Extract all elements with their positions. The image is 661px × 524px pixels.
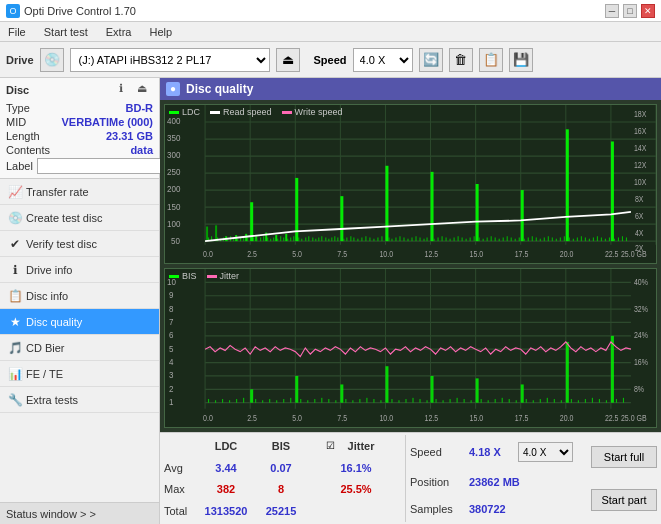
speed-label-r: Speed: [410, 446, 465, 458]
svg-rect-49: [385, 166, 388, 241]
svg-rect-136: [519, 237, 520, 241]
svg-rect-131: [499, 239, 500, 241]
svg-rect-102: [377, 237, 378, 241]
svg-rect-74: [277, 239, 278, 241]
svg-rect-255: [481, 399, 482, 403]
svg-rect-45: [285, 234, 287, 241]
start-part-button[interactable]: Start part: [591, 489, 657, 511]
save-button[interactable]: 💾: [509, 48, 533, 72]
svg-rect-215: [476, 378, 479, 402]
svg-rect-111: [416, 236, 417, 241]
svg-rect-268: [578, 400, 579, 402]
svg-rect-85: [315, 239, 316, 241]
spacer: [306, 440, 326, 452]
speed-select[interactable]: 4.0 X: [353, 48, 413, 72]
speed-select-right[interactable]: 4.0 X: [518, 442, 573, 462]
minimize-button[interactable]: ─: [605, 4, 619, 18]
svg-text:12X: 12X: [634, 161, 647, 171]
status-window-button[interactable]: Status window > >: [0, 502, 159, 524]
svg-rect-221: [222, 399, 223, 403]
titlebar: O Opti Drive Control 1.70 ─ □ ✕: [0, 0, 661, 22]
disc-quality-icon: ★: [8, 315, 22, 329]
svg-rect-142: [544, 237, 545, 241]
svg-rect-66: [247, 237, 248, 241]
disc-eject-icon[interactable]: ⏏: [137, 82, 153, 98]
svg-rect-122: [462, 237, 463, 241]
svg-rect-246: [413, 398, 414, 403]
legend-bis-label: BIS: [182, 271, 197, 281]
menu-help[interactable]: Help: [145, 25, 176, 39]
svg-text:0.0: 0.0: [203, 413, 213, 423]
start-full-button[interactable]: Start full: [591, 446, 657, 468]
svg-text:0.0: 0.0: [203, 249, 213, 259]
disc-label-input[interactable]: [37, 158, 170, 174]
jitter-col-header: Jitter: [336, 440, 386, 452]
svg-text:5.0: 5.0: [292, 413, 302, 423]
samples-value: 380722: [469, 503, 506, 515]
svg-rect-91: [334, 236, 335, 241]
drive-select[interactable]: (J:) ATAPI iHBS312 2 PL17: [70, 48, 270, 72]
maximize-button[interactable]: □: [623, 4, 637, 18]
nav-verify-test-disc[interactable]: ✔ Verify test disc: [0, 231, 159, 257]
svg-text:8X: 8X: [635, 195, 644, 205]
svg-rect-112: [420, 237, 421, 241]
svg-rect-130: [495, 237, 496, 241]
nav-verify-test-disc-label: Verify test disc: [26, 238, 97, 250]
drive-icon-button[interactable]: 💿: [40, 48, 64, 72]
svg-rect-245: [405, 399, 406, 403]
svg-rect-71: [267, 237, 268, 241]
disc-info-icon[interactable]: ℹ: [119, 82, 135, 98]
disc-info-nav-icon: 📋: [8, 289, 22, 303]
speed-value: 4.18 X: [469, 446, 514, 458]
svg-rect-240: [366, 398, 367, 403]
svg-rect-252: [457, 398, 458, 403]
svg-rect-257: [495, 399, 496, 403]
drive-info-icon: ℹ: [8, 263, 22, 277]
svg-rect-83: [308, 236, 309, 241]
svg-rect-216: [521, 384, 524, 402]
nav-extra-tests[interactable]: 🔧 Extra tests: [0, 387, 159, 413]
total-bis: 25215: [256, 505, 306, 517]
close-button[interactable]: ✕: [641, 4, 655, 18]
copy-button[interactable]: 📋: [479, 48, 503, 72]
refresh-button[interactable]: 🔄: [419, 48, 443, 72]
nav-disc-info[interactable]: 📋 Disc info: [0, 283, 159, 309]
svg-text:100: 100: [167, 218, 180, 229]
eject-button[interactable]: ⏏: [276, 48, 300, 72]
svg-rect-220: [215, 400, 216, 402]
nav-drive-info[interactable]: ℹ Drive info: [0, 257, 159, 283]
svg-rect-144: [552, 237, 553, 241]
disc-label-label: Label: [6, 160, 33, 172]
svg-rect-156: [601, 237, 602, 241]
legend-read: Read speed: [210, 107, 272, 117]
svg-rect-97: [357, 239, 358, 241]
stats-avg-row: Avg 3.44 0.07 16.1%: [164, 462, 399, 474]
nav-disc-quality[interactable]: ★ Disc quality: [0, 309, 159, 335]
svg-rect-138: [528, 237, 529, 241]
nav-cd-bier[interactable]: 🎵 CD Bier: [0, 335, 159, 361]
menu-start-test[interactable]: Start test: [40, 25, 92, 39]
menu-file[interactable]: File: [4, 25, 30, 39]
svg-text:1: 1: [169, 396, 173, 407]
menu-extra[interactable]: Extra: [102, 25, 136, 39]
svg-rect-110: [412, 237, 413, 241]
svg-rect-147: [564, 236, 565, 241]
jitter-checkbox[interactable]: ☑: [326, 440, 336, 452]
svg-rect-269: [585, 399, 586, 403]
svg-rect-264: [547, 398, 548, 403]
nav-fe-te[interactable]: 📊 FE / TE: [0, 361, 159, 387]
avg-jitter: 16.1%: [326, 462, 386, 474]
svg-rect-153: [589, 239, 590, 241]
svg-rect-234: [321, 398, 322, 403]
svg-rect-223: [236, 399, 237, 403]
erase-button[interactable]: 🗑: [449, 48, 473, 72]
svg-rect-141: [540, 239, 541, 241]
nav-create-test-disc[interactable]: 💿 Create test disc: [0, 205, 159, 231]
svg-rect-0: [165, 105, 656, 263]
svg-rect-95: [350, 236, 351, 241]
write-legend-color: [282, 111, 292, 114]
svg-text:9: 9: [169, 289, 173, 300]
disc-mid-label: MID: [6, 116, 26, 128]
nav-transfer-rate[interactable]: 📈 Transfer rate: [0, 179, 159, 205]
titlebar-controls: ─ □ ✕: [605, 4, 655, 18]
